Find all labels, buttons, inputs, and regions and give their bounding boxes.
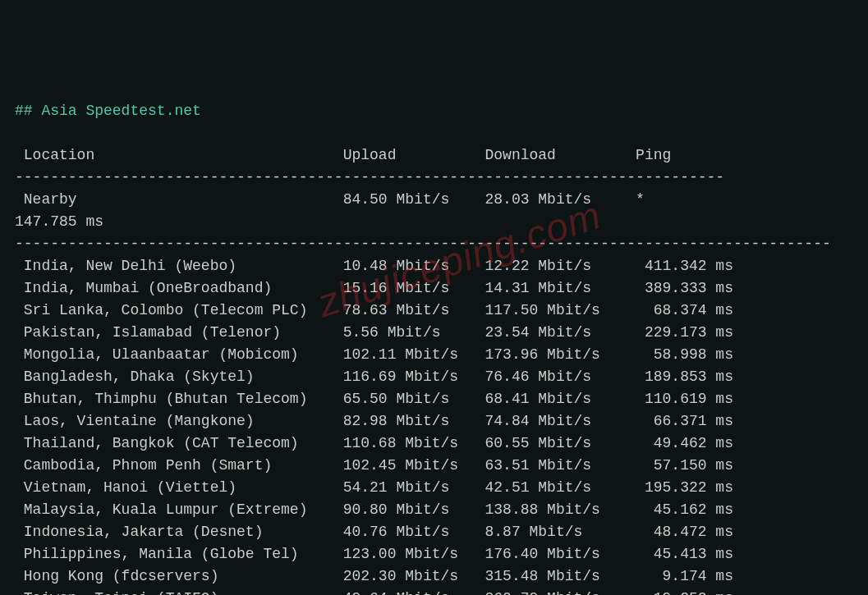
- terminal-output: ## Asia Speedtest.net Location Upload Do…: [15, 100, 853, 595]
- section-title: ## Asia Speedtest.net: [15, 103, 201, 119]
